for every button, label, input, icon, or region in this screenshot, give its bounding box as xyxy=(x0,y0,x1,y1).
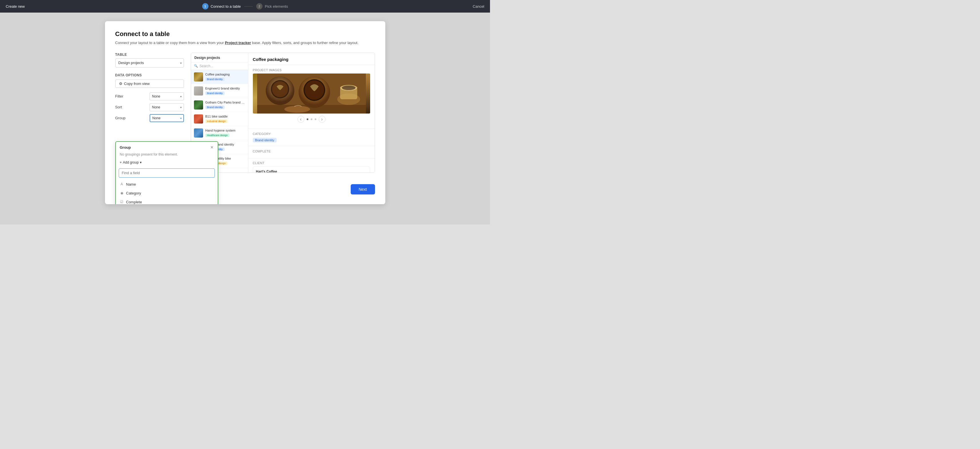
field-item-complete[interactable]: ☑ Complete xyxy=(116,197,218,204)
preview-list-header: Design projects xyxy=(191,53,248,62)
nav-dot-1 xyxy=(307,118,309,120)
filter-select[interactable]: None xyxy=(150,92,184,100)
two-column-layout: Table Design projects ▾ Data options ⚙ C… xyxy=(115,53,375,173)
add-group-button[interactable]: + Add group ▾ xyxy=(116,159,218,167)
step-2-label: Pick elements xyxy=(265,4,288,9)
list-item-info-1: Coffee packaging Brand identity xyxy=(205,73,245,81)
copy-from-view-button[interactable]: ⚙ Copy from view xyxy=(115,80,184,88)
field-list: A Name ◉ Category ☑ Complete xyxy=(116,180,218,204)
left-panel: Table Design projects ▾ Data options ⚙ C… xyxy=(115,53,184,122)
step-1: 1 Connect to a table xyxy=(202,3,241,10)
main-area: Connect to a table Connect your layout t… xyxy=(0,13,490,224)
table-select[interactable]: Design projects xyxy=(115,58,184,67)
cancel-button[interactable]: Cancel xyxy=(473,4,484,9)
thumb-gotham xyxy=(194,100,203,110)
badge-3: Brand identity xyxy=(205,105,224,109)
project-images-section: Project images xyxy=(248,65,375,129)
dropdown-title: Group xyxy=(120,145,131,150)
next-image-button[interactable]: › xyxy=(319,116,326,123)
list-item-5[interactable]: Hand hygiene system Healthcare design xyxy=(191,126,248,140)
list-item-info-2: EngineerU brand identity Brand identity xyxy=(205,87,245,95)
client-section-label: Client xyxy=(253,161,370,165)
search-placeholder: Search... xyxy=(200,64,213,68)
checkbox-icon: ☑ xyxy=(120,200,124,204)
thumb-hygiene xyxy=(194,128,203,138)
table-select-wrapper: Design projects ▾ xyxy=(115,58,184,67)
table-label: Table xyxy=(115,53,184,57)
list-search: 🔍 Search... xyxy=(191,62,248,70)
gear-icon: ⚙ xyxy=(119,81,123,86)
client-card: Hart's Coffee ABOUT Lorem ipsum dolor si… xyxy=(253,166,370,172)
text-icon: A xyxy=(120,182,124,186)
create-new-label: Create new xyxy=(6,4,25,9)
detail-title: Coffee packaging xyxy=(253,57,370,62)
filter-label: Filter xyxy=(115,94,124,99)
coffee-svg xyxy=(253,73,370,113)
client-section: Client Hart's Coffee ABOUT Lorem ipsum d… xyxy=(248,158,375,172)
list-item-2[interactable]: EngineerU brand identity Brand identity xyxy=(191,84,248,98)
category-badge: Brand identity xyxy=(253,138,277,142)
list-item-info-4: B11 bike saddle Industrial design xyxy=(205,115,245,123)
field-category-label: Category xyxy=(126,191,141,195)
thumb-coffee xyxy=(194,72,203,81)
no-groupings-text: No groupings present for this element. xyxy=(116,152,218,159)
field-name-label: Name xyxy=(126,182,136,186)
list-item-1[interactable]: Coffee packaging Brand identity xyxy=(191,70,248,84)
filter-row: Filter None ▾ xyxy=(115,92,184,100)
complete-section: Complete xyxy=(248,146,375,158)
field-complete-label: Complete xyxy=(126,200,142,204)
dropdown-header: Group ✕ xyxy=(116,142,218,152)
list-item-info-5: Hand hygiene system Healthcare design xyxy=(205,129,245,137)
prev-image-button[interactable]: ‹ xyxy=(298,116,304,123)
sort-label: Sort xyxy=(115,105,122,109)
modal-content: Connect to a table Connect your layout t… xyxy=(105,21,385,180)
search-icon: 🔍 xyxy=(194,64,198,68)
step-1-number: 1 xyxy=(202,3,208,10)
top-bar: Create new 1 Connect to a table 2 Pick e… xyxy=(0,0,490,13)
detail-header: Coffee packaging xyxy=(248,53,375,65)
group-select[interactable]: None xyxy=(150,114,184,122)
project-images-label: Project images xyxy=(253,68,370,72)
field-item-category[interactable]: ◉ Category xyxy=(116,189,218,197)
list-item-info-3: Gotham City Parks brand identity Brand i… xyxy=(205,101,245,109)
item-name-2: EngineerU brand identity xyxy=(205,87,245,90)
find-field-input[interactable] xyxy=(119,169,215,178)
group-label: Group xyxy=(115,116,126,120)
item-name-3: Gotham City Parks brand identity xyxy=(205,101,245,104)
nav-dot-2 xyxy=(311,118,312,120)
client-info: Hart's Coffee ABOUT Lorem ipsum dolor si… xyxy=(256,170,354,172)
client-name: Hart's Coffee xyxy=(256,170,354,172)
step-2: 2 Pick elements xyxy=(256,3,288,10)
group-row: Group None ▾ xyxy=(115,114,184,122)
svg-point-10 xyxy=(342,86,356,90)
svg-point-12 xyxy=(284,106,310,113)
step-1-label: Connect to a table xyxy=(210,4,241,9)
field-item-name[interactable]: A Name xyxy=(116,180,218,189)
coffee-image xyxy=(253,73,370,113)
badge-5: Healthcare design xyxy=(205,134,230,137)
group-dropdown: Group ✕ No groupings present for this el… xyxy=(115,141,218,204)
list-item-3[interactable]: Gotham City Parks brand identity Brand i… xyxy=(191,98,248,112)
list-item-4[interactable]: B11 bike saddle Industrial design xyxy=(191,112,248,126)
thumb-bike xyxy=(194,115,203,124)
thumb-engineer xyxy=(194,86,203,96)
badge-2: Brand identity xyxy=(205,92,224,95)
badge-1: Brand identity xyxy=(205,78,224,81)
chevron-down-icon: ▾ xyxy=(140,161,142,164)
badge-4: Industrial design xyxy=(205,119,228,123)
nav-dot-3 xyxy=(315,118,317,120)
item-name-5: Hand hygiene system xyxy=(205,129,245,132)
plus-icon: + xyxy=(120,161,122,164)
complete-section-label: Complete xyxy=(253,150,370,153)
close-icon[interactable]: ✕ xyxy=(210,145,214,149)
svg-rect-11 xyxy=(257,105,366,113)
sort-select[interactable]: None xyxy=(150,103,184,111)
sort-row: Sort None ▾ xyxy=(115,103,184,111)
option-icon: ◉ xyxy=(120,191,124,195)
modal-description: Connect your layout to a table or copy t… xyxy=(115,40,375,46)
image-nav: ‹ › xyxy=(253,113,370,125)
next-button[interactable]: Next xyxy=(351,184,375,194)
item-name-4: B11 bike saddle xyxy=(205,115,245,118)
modal-title: Connect to a table xyxy=(115,30,375,38)
step-indicator: 1 Connect to a table 2 Pick elements xyxy=(202,3,288,10)
